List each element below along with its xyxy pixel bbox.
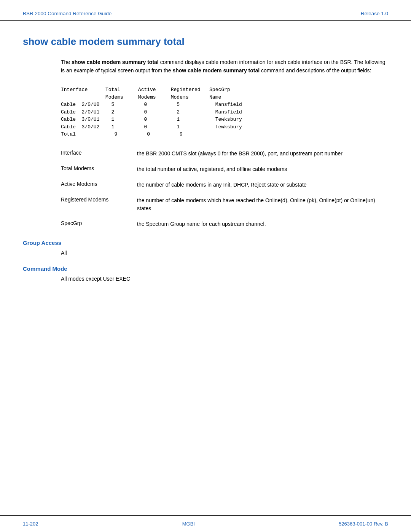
field-name-active-modems: Active Modems bbox=[61, 181, 137, 187]
footer-left: 11-202 bbox=[23, 521, 38, 527]
command-mode-heading: Command Mode bbox=[23, 265, 388, 272]
field-desc-specgrp: the Spectrum Group name for each upstrea… bbox=[137, 220, 388, 228]
field-desc-total-modems: the total number of active, registered, … bbox=[137, 165, 388, 173]
page-title: show cable modem summary total bbox=[23, 36, 388, 48]
table-header-line1: Interface Total Active Registered SpecGr… bbox=[61, 86, 388, 94]
field-row-interface: Interface the BSR 2000 CMTS slot (always… bbox=[61, 150, 388, 158]
group-access-value: All bbox=[61, 249, 388, 257]
field-row-total-modems: Total Modems the total number of active,… bbox=[61, 165, 388, 173]
field-desc-interface: the BSR 2000 CMTS slot (always 0 for the… bbox=[137, 150, 388, 158]
field-name-interface: Interface bbox=[61, 150, 137, 156]
command-bold-1: show cable modem summary total bbox=[72, 59, 159, 65]
header-left: BSR 2000 Command Reference Guide bbox=[23, 11, 112, 16]
field-name-specgrp: SpecGrp bbox=[61, 220, 137, 226]
field-row-active-modems: Active Modems the number of cable modems… bbox=[61, 181, 388, 189]
command-mode-section: Command Mode All modes except User EXEC bbox=[23, 265, 388, 283]
page-footer: 11-202 MGBI 526363-001-00 Rev. B bbox=[0, 515, 411, 532]
command-mode-value: All modes except User EXEC bbox=[61, 275, 388, 283]
footer-right: 526363-001-00 Rev. B bbox=[339, 521, 388, 527]
field-desc-active-modems: the number of cable modems in any Init, … bbox=[137, 181, 388, 189]
table-row-2: Cable 2/0/U1 2 0 2 Mansfield bbox=[61, 109, 388, 116]
table-row-3: Cable 3/0/U1 1 0 1 Tewksbury bbox=[61, 116, 388, 123]
header-right: Release 1.0 bbox=[361, 11, 388, 16]
intro-paragraph: The show cable modem summary total comma… bbox=[61, 58, 388, 75]
monospace-table-section: Interface Total Active Registered SpecGr… bbox=[61, 86, 388, 138]
field-name-total-modems: Total Modems bbox=[61, 165, 137, 171]
footer-center: MGBI bbox=[182, 521, 195, 527]
table-row-4: Cable 3/0/U2 1 0 1 Tewksbury bbox=[61, 123, 388, 131]
field-row-specgrp: SpecGrp the Spectrum Group name for each… bbox=[61, 220, 388, 228]
table-row-total: Total 9 0 9 bbox=[61, 131, 388, 138]
group-access-heading: Group Access bbox=[23, 240, 388, 246]
table-header-line2: Modems Modems Modems Name bbox=[61, 94, 388, 101]
page-header: BSR 2000 Command Reference Guide Release… bbox=[0, 0, 411, 21]
main-content: show cable modem summary total The show … bbox=[0, 21, 411, 307]
field-descriptions: Interface the BSR 2000 CMTS slot (always… bbox=[61, 150, 388, 228]
group-access-section: Group Access All bbox=[23, 240, 388, 257]
page: BSR 2000 Command Reference Guide Release… bbox=[0, 0, 411, 532]
table-row-1: Cable 2/0/U0 5 0 5 Mansfield bbox=[61, 101, 388, 109]
field-row-registered-modems: Registered Modems the number of cable mo… bbox=[61, 197, 388, 212]
field-desc-registered-modems: the number of cable modems which have re… bbox=[137, 197, 388, 212]
field-name-registered-modems: Registered Modems bbox=[61, 197, 137, 203]
command-bold-2: show cable modem summary total bbox=[172, 67, 260, 73]
